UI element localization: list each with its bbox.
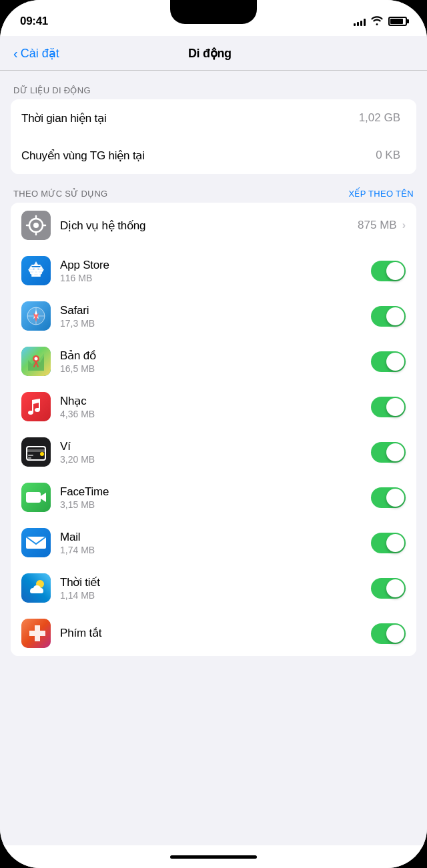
list-item-current-time: Thời gian hiện tại 1,02 GB: [11, 99, 416, 137]
svg-rect-28: [26, 492, 41, 503]
system-service-info: Dịch vụ hệ thống: [60, 219, 358, 233]
current-time-value: 1,02 GB: [359, 111, 400, 125]
signal-bar-4: [364, 19, 366, 26]
section-usage: THEO MỨC SỬ DỤNG XẾP THEO TÊN: [0, 189, 427, 656]
music-info: Nhạc 4,36 MB: [60, 394, 371, 419]
appstore-toggle[interactable]: [371, 261, 406, 281]
sort-action-button[interactable]: XẾP THEO TÊN: [348, 189, 414, 199]
maps-name: Bản đồ: [60, 349, 371, 363]
appstore-icon: A: [21, 256, 51, 285]
signal-bars-icon: [354, 17, 366, 26]
wallet-size: 3,20 MB: [60, 454, 371, 465]
svg-rect-20: [21, 392, 51, 421]
section-usage-header: THEO MỨC SỬ DỤNG: [13, 189, 108, 199]
facetime-info: FaceTime 3,15 MB: [60, 485, 371, 510]
back-chevron-icon: ‹: [13, 47, 18, 60]
svg-point-19: [35, 357, 38, 361]
system-service-name: Dịch vụ hệ thống: [60, 219, 358, 233]
section-usage-header-row: THEO MỨC SỬ DỤNG XẾP THEO TÊN: [0, 189, 427, 203]
system-service-size: 875 MB: [358, 219, 397, 232]
signal-bar-1: [354, 23, 356, 26]
mail-name: Mail: [60, 531, 371, 544]
list-item-roaming: Chuyển vùng TG hiện tại 0 KB: [11, 137, 416, 174]
weather-info: Thời tiết 1,14 MB: [60, 575, 371, 601]
weather-name: Thời tiết: [60, 575, 371, 589]
wallet-info: Ví 3,20 MB: [60, 440, 371, 465]
app-item-safari[interactable]: Safari 17,3 MB: [11, 293, 416, 339]
app-item-maps[interactable]: Bản đồ 16,5 MB: [11, 339, 416, 384]
section-mobile-data-header: DỮ LIỆU DI ĐỘNG: [0, 85, 427, 99]
svg-rect-23: [27, 449, 45, 452]
app-item-shortcuts[interactable]: Phím tắt: [11, 611, 416, 656]
music-icon: [21, 392, 51, 421]
safari-toggle[interactable]: [371, 306, 406, 327]
mail-size: 1,74 MB: [60, 545, 371, 555]
safari-name: Safari: [60, 304, 371, 317]
page-title: Di động: [188, 46, 232, 61]
wallet-toggle[interactable]: [371, 442, 406, 463]
status-bar: 09:41: [0, 0, 427, 36]
system-service-item[interactable]: Dịch vụ hệ thống 875 MB ›: [11, 203, 416, 248]
app-item-music[interactable]: Nhạc 4,36 MB: [11, 384, 416, 429]
maps-info: Bản đồ 16,5 MB: [60, 349, 371, 374]
music-size: 4,36 MB: [60, 409, 371, 419]
facetime-toggle[interactable]: [371, 487, 406, 508]
shortcuts-toggle[interactable]: [371, 623, 406, 644]
signal-bar-3: [360, 21, 362, 26]
status-icons: [354, 16, 407, 27]
facetime-size: 3,15 MB: [60, 499, 371, 510]
content: DỮ LIỆU DI ĐỘNG Thời gian hiện tại 1,02 …: [0, 71, 427, 845]
appstore-size: 116 MB: [60, 273, 371, 283]
section-usage-body: Dịch vụ hệ thống 875 MB ›: [11, 203, 416, 656]
mail-toggle[interactable]: [371, 533, 406, 553]
facetime-name: FaceTime: [60, 485, 371, 499]
app-item-weather[interactable]: Thời tiết 1,14 MB: [11, 565, 416, 611]
roaming-label: Chuyển vùng TG hiện tại: [21, 149, 376, 163]
shortcuts-info: Phím tắt: [60, 626, 371, 641]
notch: [170, 0, 257, 24]
maps-toggle[interactable]: [371, 351, 406, 372]
weather-toggle[interactable]: [371, 578, 406, 599]
section-mobile-data: DỮ LIỆU DI ĐỘNG Thời gian hiện tại 1,02 …: [0, 85, 427, 174]
safari-icon: [21, 301, 51, 331]
system-service-chevron-icon: ›: [402, 219, 406, 231]
appstore-name: App Store: [60, 259, 371, 272]
section-mobile-data-body: Thời gian hiện tại 1,02 GB Chuyển vùng T…: [11, 99, 416, 174]
weather-icon: [21, 573, 51, 603]
wifi-icon: [371, 16, 383, 27]
battery-icon: [388, 17, 407, 26]
maps-icon: [21, 347, 51, 376]
status-time: 09:41: [20, 15, 48, 28]
svg-point-2: [33, 223, 39, 228]
shortcuts-icon: [21, 619, 51, 648]
home-bar: [170, 855, 257, 859]
app-item-mail[interactable]: Mail 1,74 MB: [11, 520, 416, 565]
phone-frame: 09:41 ‹ Cài đặt Di động: [0, 0, 427, 868]
mail-icon: [21, 528, 51, 557]
svg-rect-26: [28, 457, 31, 459]
back-button[interactable]: ‹ Cài đặt: [13, 46, 59, 61]
shortcuts-name: Phím tắt: [60, 626, 371, 640]
safari-info: Safari 17,3 MB: [60, 304, 371, 329]
bottom-spacer: [0, 656, 427, 669]
music-name: Nhạc: [60, 394, 371, 408]
app-item-facetime[interactable]: FaceTime 3,15 MB: [11, 475, 416, 520]
svg-rect-25: [28, 455, 33, 456]
app-item-wallet[interactable]: Ví 3,20 MB: [11, 429, 416, 475]
system-service-icon: [21, 211, 51, 240]
appstore-info: App Store 116 MB: [60, 259, 371, 283]
battery-fill: [390, 19, 403, 24]
music-toggle[interactable]: [371, 397, 406, 417]
home-indicator[interactable]: [0, 845, 427, 868]
safari-size: 17,3 MB: [60, 318, 371, 329]
svg-rect-24: [40, 452, 44, 456]
svg-text:A: A: [32, 265, 41, 279]
facetime-icon: [21, 483, 51, 512]
current-time-label: Thời gian hiện tại: [21, 111, 359, 125]
weather-size: 1,14 MB: [60, 590, 371, 601]
maps-size: 16,5 MB: [60, 363, 371, 374]
app-item-appstore[interactable]: A App Store 116 MB: [11, 248, 416, 293]
wallet-name: Ví: [60, 440, 371, 453]
nav-bar: ‹ Cài đặt Di động: [0, 36, 427, 71]
back-label: Cài đặt: [21, 46, 59, 61]
